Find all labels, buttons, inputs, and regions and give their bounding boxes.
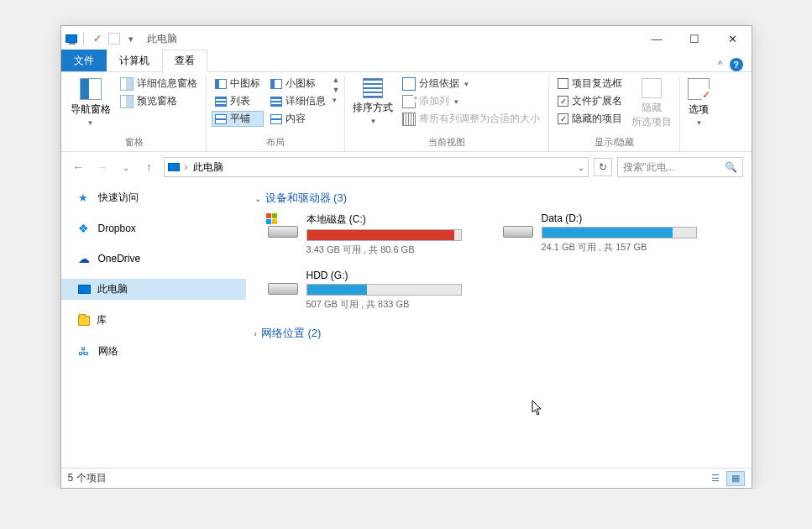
search-placeholder: 搜索"此电... bbox=[623, 160, 675, 175]
add-columns-button[interactable]: 添加列 bbox=[399, 93, 543, 109]
ribbon-group-show-hide: 项目复选框 文件扩展名 隐藏的项目 隐藏 所选项目 显示/隐藏 bbox=[549, 76, 680, 151]
layout-small-icons[interactable]: 小图标 bbox=[267, 76, 329, 92]
options-button[interactable]: 选项 ▼ bbox=[685, 76, 712, 129]
drive-item[interactable]: 本地磁盘 (C:) 3.43 GB 可用 , 共 80.6 GB bbox=[268, 212, 478, 256]
details-pane-icon bbox=[120, 77, 134, 91]
sidebar-dropbox[interactable]: ❖Dropbox bbox=[61, 218, 246, 238]
ribbon-group-panes: 导航窗格 ▼ 详细信息窗格 预览窗格 窗格 bbox=[63, 76, 207, 151]
layout-scroll-down-icon[interactable]: ▼ bbox=[333, 86, 340, 94]
address-bar[interactable]: › 此电脑 ⌄ bbox=[164, 157, 589, 177]
add-columns-icon bbox=[402, 95, 416, 108]
drive-item[interactable]: HDD (G:) 507 GB 可用 , 共 833 GB bbox=[268, 270, 478, 311]
list-icon bbox=[215, 97, 227, 107]
tab-computer[interactable]: 计算机 bbox=[107, 50, 162, 71]
item-checkboxes-toggle[interactable]: 项目复选框 bbox=[554, 76, 626, 92]
layout-tiles[interactable]: 平铺 bbox=[212, 111, 264, 127]
drive-icon bbox=[503, 212, 533, 239]
view-details-toggle[interactable]: ☰ bbox=[706, 471, 725, 486]
crumb-separator-icon: › bbox=[185, 161, 188, 173]
drive-stats: 3.43 GB 可用 , 共 80.6 GB bbox=[306, 244, 478, 256]
tab-view[interactable]: 查看 bbox=[162, 50, 207, 72]
window-title: 此电脑 bbox=[147, 32, 177, 46]
drive-item[interactable]: Data (D:) 24.1 GB 可用 , 共 157 GB bbox=[503, 212, 713, 256]
drive-name: HDD (G:) bbox=[306, 270, 478, 281]
current-view-group-label: 当前视图 bbox=[350, 134, 543, 151]
help-icon[interactable]: ? bbox=[730, 58, 743, 71]
hidden-items-toggle[interactable]: 隐藏的项目 bbox=[554, 111, 626, 127]
app-icon[interactable] bbox=[65, 34, 77, 43]
sidebar-onedrive[interactable]: ☁OneDrive bbox=[61, 249, 246, 269]
recent-locations-button[interactable]: ⌄ bbox=[117, 158, 135, 176]
refresh-button[interactable]: ↻ bbox=[594, 158, 612, 176]
details-icon bbox=[270, 97, 282, 107]
checkbox-checked-icon bbox=[558, 113, 568, 124]
section-network-locations-header[interactable]: › 网络位置 (2) bbox=[254, 322, 743, 348]
drive-icon bbox=[268, 270, 298, 296]
window-controls: — ☐ ✕ bbox=[638, 26, 752, 51]
forward-button[interactable]: → bbox=[93, 158, 112, 176]
show-hide-group-label: 显示/隐藏 bbox=[554, 134, 674, 151]
options-icon bbox=[688, 78, 710, 100]
layout-expand-icon[interactable]: ▾ bbox=[333, 96, 340, 104]
layout-medium-icons[interactable]: 中图标 bbox=[212, 76, 264, 92]
drive-stats: 24.1 GB 可用 , 共 157 GB bbox=[542, 241, 713, 254]
layout-group-label: 布局 bbox=[212, 134, 340, 151]
layout-details[interactable]: 详细信息 bbox=[267, 93, 329, 109]
drive-usage-bar bbox=[306, 229, 462, 241]
tab-file[interactable]: 文件 bbox=[61, 50, 107, 71]
layout-scroll-up-icon[interactable]: ▲ bbox=[333, 76, 340, 84]
drives-list: 本地磁盘 (C:) 3.43 GB 可用 , 共 80.6 GB Data (D… bbox=[254, 212, 743, 311]
star-icon: ★ bbox=[78, 191, 92, 205]
maximize-button[interactable]: ☐ bbox=[676, 26, 714, 51]
nav-pane-button[interactable]: 导航窗格 ▼ bbox=[68, 76, 113, 129]
sort-icon bbox=[363, 78, 383, 98]
back-button[interactable]: ← bbox=[70, 158, 88, 176]
drive-usage-bar bbox=[306, 284, 462, 296]
drive-icon bbox=[268, 212, 298, 239]
search-box[interactable]: 搜索"此电... 🔍 bbox=[617, 157, 743, 177]
qat-dropdown-icon[interactable]: ▾ bbox=[123, 31, 139, 46]
hide-selected-button[interactable]: 隐藏 所选项目 bbox=[629, 76, 674, 132]
qat-separator bbox=[83, 32, 84, 45]
preview-pane-button[interactable]: 预览窗格 bbox=[117, 93, 201, 109]
close-button[interactable]: ✕ bbox=[714, 26, 752, 51]
drive-name: 本地磁盘 (C:) bbox=[306, 212, 478, 227]
minimize-button[interactable]: — bbox=[638, 26, 676, 51]
size-columns-icon bbox=[402, 113, 416, 126]
content-icon bbox=[270, 114, 282, 124]
qat-properties-icon[interactable]: ✓ bbox=[90, 31, 105, 46]
sidebar-network[interactable]: 🖧网络 bbox=[61, 341, 246, 362]
location-icon bbox=[168, 163, 180, 171]
drive-stats: 507 GB 可用 , 共 833 GB bbox=[306, 298, 478, 311]
qat-new-folder-icon[interactable] bbox=[108, 33, 120, 45]
navigation-tree: ★快速访问 ❖Dropbox ☁OneDrive 此电脑 库 🖧网络 bbox=[61, 182, 246, 468]
up-button[interactable]: ↑ bbox=[140, 158, 159, 176]
sidebar-libraries[interactable]: 库 bbox=[61, 310, 246, 331]
status-bar: 5 个项目 ☰ ▦ bbox=[61, 468, 752, 488]
navigation-bar: ← → ⌄ ↑ › 此电脑 ⌄ ↻ 搜索"此电... 🔍 bbox=[61, 152, 752, 182]
ribbon-group-layout: 中图标 列表 平铺 小图标 详细信息 内容 ▲ ▼ ▾ 布局 bbox=[207, 76, 346, 151]
panes-group-label: 窗格 bbox=[68, 134, 201, 151]
details-pane-button[interactable]: 详细信息窗格 bbox=[117, 76, 201, 92]
preview-pane-icon bbox=[120, 95, 134, 108]
search-icon: 🔍 bbox=[725, 161, 737, 173]
ribbon-group-current-view: 排序方式 ▼ 分组依据 添加列 将所有列调整为合适的大小 当前视图 bbox=[345, 76, 549, 151]
address-dropdown-icon[interactable]: ⌄ bbox=[578, 163, 584, 172]
sidebar-this-pc[interactable]: 此电脑 bbox=[61, 279, 246, 300]
content-pane: ⌄ 设备和驱动器 (3) 本地磁盘 (C:) 3.43 GB 可用 , 共 80… bbox=[246, 182, 752, 468]
section-devices-header[interactable]: ⌄ 设备和驱动器 (3) bbox=[254, 187, 743, 212]
view-tiles-toggle[interactable]: ▦ bbox=[726, 471, 745, 486]
group-by-button[interactable]: 分组依据 bbox=[399, 76, 543, 92]
size-columns-button[interactable]: 将所有列调整为合适的大小 bbox=[399, 111, 543, 127]
nav-pane-icon bbox=[80, 78, 102, 100]
pc-icon bbox=[78, 285, 91, 294]
explorer-body: ★快速访问 ❖Dropbox ☁OneDrive 此电脑 库 🖧网络 ⌄ 设备和… bbox=[61, 182, 752, 468]
sort-by-button[interactable]: 排序方式 ▼ bbox=[350, 76, 396, 128]
layout-list[interactable]: 列表 bbox=[212, 93, 264, 109]
preview-pane-label: 预览窗格 bbox=[137, 94, 177, 108]
file-extensions-toggle[interactable]: 文件扩展名 bbox=[554, 93, 626, 109]
sidebar-quick-access[interactable]: ★快速访问 bbox=[61, 187, 246, 208]
address-crumb[interactable]: 此电脑 bbox=[193, 160, 223, 175]
ribbon-collapse-icon[interactable]: ^ bbox=[718, 59, 723, 71]
layout-content[interactable]: 内容 bbox=[267, 111, 329, 127]
